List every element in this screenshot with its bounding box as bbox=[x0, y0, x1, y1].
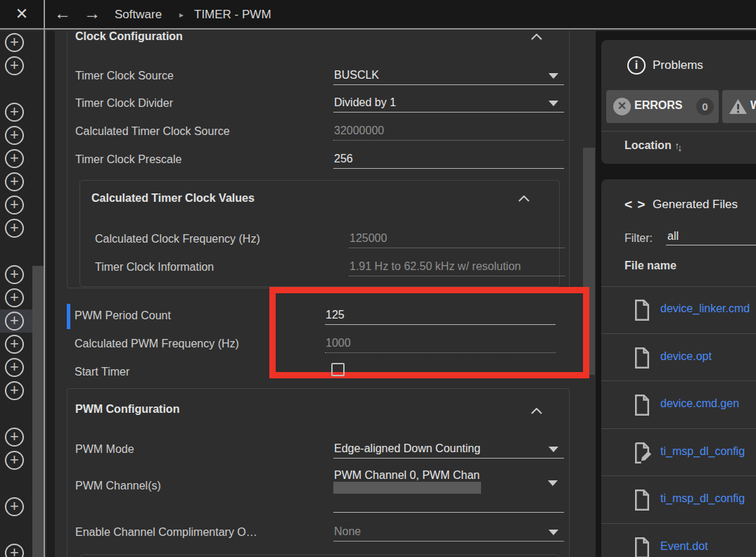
field-label: Timer Clock Prescale bbox=[75, 151, 181, 169]
forward-button[interactable]: → bbox=[80, 0, 104, 30]
pwm-configuration-section: PWM Configuration PWM Mode Edge-aligned … bbox=[67, 388, 570, 557]
add-module-button[interactable]: + bbox=[5, 544, 24, 557]
code-brackets-icon: < > bbox=[624, 197, 646, 212]
add-module-button[interactable]: + bbox=[5, 149, 24, 168]
field-value: 32000000 bbox=[334, 122, 563, 139]
add-module-button[interactable]: + bbox=[5, 56, 24, 75]
file-edit-icon bbox=[633, 442, 651, 463]
field-label: Start Timer bbox=[75, 363, 129, 381]
field-value: 256 bbox=[334, 151, 547, 167]
add-module-button[interactable]: + bbox=[5, 219, 24, 238]
add-module-button[interactable]: + bbox=[5, 126, 24, 145]
file-icon bbox=[633, 300, 651, 321]
right-panel: i Problems ✕ ERRORS 0 WARNINGS Location … bbox=[596, 31, 756, 557]
warnings-filter-button[interactable]: WARNINGS bbox=[722, 90, 756, 123]
add-module-button[interactable]: + bbox=[5, 335, 24, 354]
chevron-down-icon[interactable] bbox=[549, 530, 558, 535]
add-module-button[interactable]: + bbox=[5, 103, 24, 122]
problems-title: Problems bbox=[653, 58, 703, 72]
chevron-down-icon[interactable] bbox=[549, 73, 558, 79]
section-title: Clock Configuration bbox=[75, 31, 183, 43]
chevron-down-icon[interactable] bbox=[549, 447, 558, 452]
location-label: Location bbox=[624, 139, 672, 151]
field-row: Timer Clock Information 1.91 Hz to 62.50… bbox=[95, 258, 549, 276]
location-column-header[interactable]: Location ↑↓ bbox=[624, 139, 680, 152]
chevron-down-icon[interactable] bbox=[548, 480, 558, 486]
add-module-button[interactable]: + bbox=[5, 312, 24, 331]
sidebar-add-buttons: ++++++++++++++++++ bbox=[0, 31, 44, 557]
breadcrumb-root[interactable]: Software bbox=[115, 8, 162, 22]
file-row[interactable]: ti_msp_dl_config bbox=[601, 429, 756, 477]
add-module-button[interactable]: + bbox=[5, 33, 24, 52]
close-icon[interactable]: ✕ bbox=[0, 0, 44, 30]
file-row[interactable]: device.opt bbox=[601, 334, 756, 382]
file-link[interactable]: ti_msp_dl_config bbox=[660, 445, 745, 458]
sort-icon[interactable]: ↑↓ bbox=[674, 140, 680, 153]
file-row[interactable]: device_linker.cmd bbox=[601, 286, 756, 334]
field-value: 1000 bbox=[326, 335, 554, 352]
filter-input[interactable]: all bbox=[666, 229, 756, 245]
clock-configuration-section: Clock Configuration Timer Clock Source B… bbox=[67, 31, 570, 288]
calculated-timer-clock-values-section: Calculated Timer Clock Values Calculated… bbox=[79, 180, 560, 287]
add-module-button[interactable]: + bbox=[5, 358, 24, 377]
pwm-period-count-input[interactable]: 125 bbox=[325, 307, 556, 325]
field-value: 125000 bbox=[350, 230, 563, 247]
next-section-edge bbox=[79, 554, 560, 557]
back-button[interactable]: ← bbox=[51, 0, 75, 30]
add-module-button[interactable]: + bbox=[5, 196, 24, 215]
chevron-down-icon[interactable] bbox=[549, 101, 558, 106]
generated-files-panel: < > Generated Files Filter: all File nam… bbox=[601, 179, 756, 557]
pwm-mode-dropdown[interactable]: Edge-aligned Down Counting bbox=[333, 440, 564, 459]
timer-clock-source-dropdown[interactable]: BUSCLK bbox=[333, 67, 564, 85]
config-panel: Clock Configuration Timer Clock Source B… bbox=[55, 31, 596, 557]
file-icon bbox=[633, 537, 651, 557]
field-row: PWM Mode Edge-aligned Down Counting bbox=[75, 440, 559, 459]
main-scrollbar[interactable] bbox=[583, 148, 595, 375]
field-value: BUSCLK bbox=[334, 67, 547, 84]
add-module-button[interactable]: + bbox=[5, 497, 24, 516]
field-label: Enable Channel Complimentary O… bbox=[75, 523, 257, 542]
file-link[interactable]: ti_msp_dl_config bbox=[660, 492, 745, 505]
file-row[interactable]: device.cmd.gen bbox=[601, 381, 756, 429]
collapse-chevron-icon[interactable] bbox=[531, 404, 542, 417]
field-label: Timer Clock Divider bbox=[75, 94, 173, 113]
field-value: 125 bbox=[326, 307, 539, 324]
add-module-button[interactable]: + bbox=[5, 172, 24, 191]
file-name-column-header[interactable]: File name bbox=[624, 260, 677, 272]
section-title: PWM Configuration bbox=[75, 403, 179, 416]
breadcrumb-current: TIMER - PWM bbox=[194, 8, 271, 22]
collapse-chevron-icon[interactable] bbox=[531, 31, 542, 43]
add-module-button[interactable]: + bbox=[5, 288, 24, 307]
add-module-button[interactable]: + bbox=[5, 451, 24, 470]
errors-filter-button[interactable]: ✕ ERRORS 0 bbox=[606, 90, 719, 123]
timer-clock-prescale-input[interactable]: 256 bbox=[333, 151, 564, 169]
add-module-button[interactable]: + bbox=[5, 265, 24, 284]
field-value: None bbox=[334, 523, 547, 540]
errors-label: ERRORS bbox=[634, 99, 682, 112]
sidebar-scrollbar[interactable] bbox=[32, 266, 44, 557]
timer-clock-information-field: 1.91 Hz to 62.50 kHz w/ resolution bbox=[349, 258, 565, 276]
error-circle-icon: ✕ bbox=[613, 98, 631, 115]
calculated-clock-frequency-field: 125000 bbox=[349, 230, 565, 248]
timer-clock-divider-dropdown[interactable]: Divided by 1 bbox=[333, 94, 564, 113]
generated-files-title: Generated Files bbox=[653, 198, 738, 212]
start-timer-checkbox[interactable] bbox=[331, 363, 345, 376]
file-icon bbox=[633, 347, 651, 369]
warnings-label: WARNINGS bbox=[750, 99, 756, 112]
file-link[interactable]: device.opt bbox=[660, 350, 712, 363]
enable-channel-complimentary-dropdown[interactable]: None bbox=[333, 523, 564, 542]
add-module-button[interactable]: + bbox=[5, 428, 24, 447]
add-module-button[interactable]: + bbox=[5, 381, 24, 400]
file-link[interactable]: Event.dot bbox=[660, 540, 708, 553]
calculated-timer-clock-source-field: 32000000 bbox=[333, 122, 564, 141]
field-label: Calculated Timer Clock Source bbox=[75, 122, 230, 141]
file-link[interactable]: device.cmd.gen bbox=[660, 397, 739, 410]
warning-triangle-icon bbox=[729, 98, 748, 117]
field-label: Timer Clock Information bbox=[95, 258, 214, 276]
file-row[interactable]: ti_msp_dl_config bbox=[601, 476, 756, 524]
file-row[interactable]: Event.dot bbox=[601, 524, 756, 557]
field-row: Timer Clock Divider Divided by 1 bbox=[75, 94, 559, 113]
file-link[interactable]: device_linker.cmd bbox=[660, 302, 750, 315]
close-button[interactable]: ✕ bbox=[0, 0, 44, 30]
collapse-chevron-icon[interactable] bbox=[518, 192, 530, 205]
